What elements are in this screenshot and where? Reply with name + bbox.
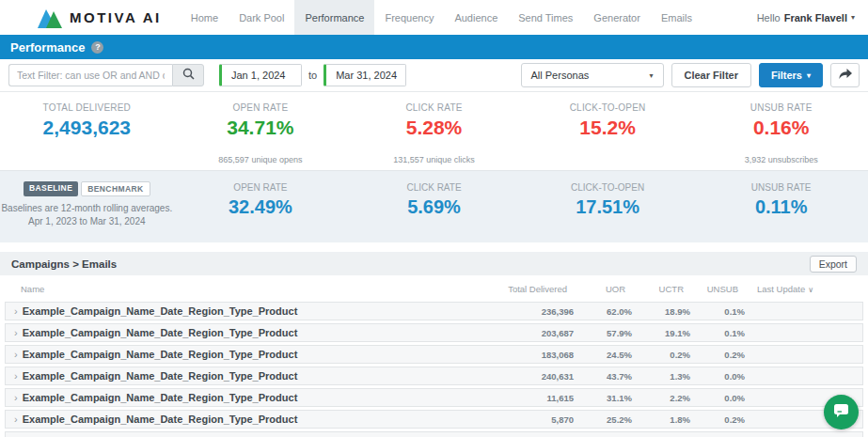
metric-unsub-rate: UNSUB RATE 0.16% 3,932 unsubscribes xyxy=(694,102,868,165)
col-header-name[interactable]: Name xyxy=(21,284,478,294)
text-filter-input[interactable] xyxy=(8,64,172,86)
cell-uor: 62.0% xyxy=(574,306,632,317)
table-row[interactable]: ›Example_Campaign_Name_Date_Region_Type_… xyxy=(5,302,863,320)
metric-open-rate: OPEN RATE 34.71% 865,597 unique opens xyxy=(174,102,348,165)
col-header-uctr[interactable]: UCTR xyxy=(625,284,684,294)
logo-text: MOTIVA AI xyxy=(70,9,162,25)
cell-uor: 25.2% xyxy=(574,414,632,425)
search-button[interactable] xyxy=(172,64,204,86)
date-to-label: to xyxy=(308,70,317,81)
metric-subtext xyxy=(0,155,174,165)
campaign-name: Example_Campaign_Name_Date_Region_Type_P… xyxy=(23,327,298,338)
baseline-badge[interactable]: BASELINE xyxy=(24,181,78,196)
table-row[interactable]: ›Example_Campaign_Name_Date_Region_Type_… xyxy=(5,431,863,437)
campaign-name: Example_Campaign_Name_Date_Region_Type_P… xyxy=(23,305,298,317)
cell-uor: 31.1% xyxy=(574,393,632,403)
help-icon[interactable]: ? xyxy=(91,41,103,54)
filter-actions: All Personas ▾ Clear Filter Filters ▾ xyxy=(521,63,860,87)
cell-delivered: 236,396 xyxy=(484,306,574,317)
search-icon xyxy=(182,68,195,83)
campaign-name: Example_Campaign_Name_Date_Region_Type_P… xyxy=(23,349,298,360)
nav-item-send-times[interactable]: Send Times xyxy=(508,0,583,35)
campaign-name: Example_Campaign_Name_Date_Region_Type_P… xyxy=(23,370,298,382)
expand-chevron-icon[interactable]: › xyxy=(14,370,18,382)
chat-icon xyxy=(833,403,849,422)
date-from-input[interactable]: Jan 1, 2024 xyxy=(219,64,302,86)
metric-subtext: 3,932 unsubscribes xyxy=(694,155,868,165)
benchmark-badge[interactable]: BENCHMARK xyxy=(81,181,150,196)
greeting-prefix: Hello xyxy=(757,12,781,23)
metric-value: 2,493,623 xyxy=(0,117,174,139)
expand-chevron-icon[interactable]: › xyxy=(14,414,18,425)
sort-caret-icon: ∨ xyxy=(808,286,813,294)
motiva-logo-icon xyxy=(38,7,63,28)
campaign-name: Example_Campaign_Name_Date_Region_Type_P… xyxy=(23,414,298,425)
nav-item-audience[interactable]: Audience xyxy=(444,0,508,35)
campaigns-section-header: Campaigns > Emails Export xyxy=(0,252,868,275)
metric-label: UNSUB RATE xyxy=(694,102,868,113)
share-arrow-icon xyxy=(839,69,852,83)
baseline-value: 5.69% xyxy=(347,196,521,218)
metric-label: OPEN RATE xyxy=(174,102,348,113)
baseline-click-rate: CLICK RATE 5.69% xyxy=(347,180,521,227)
metric-total-delivered: TOTAL DELIVERED 2,493,623 xyxy=(0,102,174,165)
cell-uctr: 1.3% xyxy=(632,371,690,382)
baseline-label: OPEN RATE xyxy=(174,182,348,193)
share-button[interactable] xyxy=(830,63,860,87)
baseline-desc-line2: Apr 1, 2023 to Mar 31, 2024 xyxy=(0,215,174,228)
col-header-last-update-label: Last Update xyxy=(757,284,805,294)
campaign-name: Example_Campaign_Name_Date_Region_Type_P… xyxy=(23,392,298,403)
date-to-input[interactable]: Mar 31, 2024 xyxy=(324,64,406,86)
metric-label: CLICK RATE xyxy=(347,102,521,113)
col-header-unsub[interactable]: UNSUB xyxy=(684,284,738,294)
table-row[interactable]: ›Example_Campaign_Name_Date_Region_Type_… xyxy=(5,410,863,429)
metric-value: 5.28% xyxy=(347,117,521,139)
table-row[interactable]: ›Example_Campaign_Name_Date_Region_Type_… xyxy=(5,388,863,407)
cell-uctr: 19.1% xyxy=(632,328,690,338)
expand-chevron-icon[interactable]: › xyxy=(14,392,18,403)
motiva-logo[interactable]: MOTIVA AI xyxy=(38,0,162,35)
table-row[interactable]: ›Example_Campaign_Name_Date_Region_Type_… xyxy=(5,345,863,364)
user-name: Frank Flavell xyxy=(784,12,847,23)
export-button[interactable]: Export xyxy=(810,256,857,273)
clear-filter-button[interactable]: Clear Filter xyxy=(671,63,751,87)
chat-widget-button[interactable] xyxy=(824,395,859,429)
table-header: Name Total Delivered UOR UCTR UNSUB Last… xyxy=(0,275,868,302)
col-header-total-delivered[interactable]: Total Delivered xyxy=(478,284,567,294)
col-header-uor[interactable]: UOR xyxy=(567,284,625,294)
filters-button[interactable]: Filters ▾ xyxy=(759,63,823,87)
nav-item-generator[interactable]: Generator xyxy=(583,0,651,35)
baseline-label: CLICK-TO-OPEN xyxy=(521,182,695,193)
metric-label: CLICK-TO-OPEN xyxy=(521,102,695,113)
user-menu[interactable]: Hello Frank Flavell ▾ xyxy=(757,0,855,35)
nav-item-emails[interactable]: Emails xyxy=(651,0,702,35)
baseline-open-rate: OPEN RATE 32.49% xyxy=(174,180,348,227)
baseline-value: 17.51% xyxy=(521,196,695,218)
cell-delivered: 11,615 xyxy=(484,393,574,403)
metric-value: 15.2% xyxy=(521,117,695,139)
nav-item-frequency[interactable]: Frequency xyxy=(374,0,444,35)
baseline-label: UNSUB RATE xyxy=(694,182,868,193)
baseline-value: 0.11% xyxy=(694,196,868,218)
nav-item-dark-pool[interactable]: Dark Pool xyxy=(229,0,294,35)
table-row[interactable]: ›Example_Campaign_Name_Date_Region_Type_… xyxy=(5,323,863,342)
nav-item-performance[interactable]: Performance xyxy=(294,0,374,35)
table-row[interactable]: ›Example_Campaign_Name_Date_Region_Type_… xyxy=(5,367,863,385)
breadcrumb: Campaigns > Emails xyxy=(11,258,117,270)
metric-click-to-open: CLICK-TO-OPEN 15.2% xyxy=(521,102,695,165)
expand-chevron-icon[interactable]: › xyxy=(14,349,18,360)
expand-chevron-icon[interactable]: › xyxy=(14,305,18,317)
expand-chevron-icon[interactable]: › xyxy=(14,327,18,338)
personas-dropdown[interactable]: All Personas ▾ xyxy=(521,63,664,87)
cell-uctr: 18.9% xyxy=(632,306,690,317)
baseline-value: 32.49% xyxy=(174,196,348,218)
cell-delivered: 240,631 xyxy=(484,371,574,382)
metric-subtext: 865,597 unique opens xyxy=(174,155,348,165)
page-title: Performance xyxy=(10,40,85,55)
metric-subtext xyxy=(521,155,695,165)
cell-uctr: 2.2% xyxy=(632,393,690,403)
col-header-last-update[interactable]: Last Update∨ xyxy=(738,284,860,294)
nav-item-home[interactable]: Home xyxy=(181,0,229,35)
date-range: Jan 1, 2024 to Mar 31, 2024 xyxy=(219,64,406,86)
cell-delivered: 203,687 xyxy=(484,328,574,338)
